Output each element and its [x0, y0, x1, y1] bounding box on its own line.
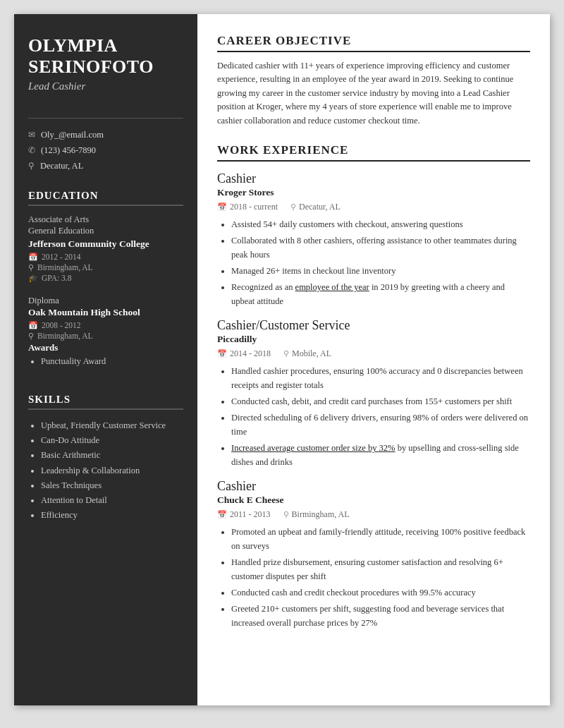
bullet-3-3: Conducted cash and credit checkout proce… — [231, 586, 530, 600]
calendar-meta-icon-1: 📅 — [217, 202, 227, 212]
location-meta-icon-2: ⚲ — [283, 349, 289, 358]
job-location-1: ⚲ Decatur, AL — [290, 202, 341, 212]
career-objective-title: CAREER OBJECTIVE — [217, 34, 530, 52]
bullet-3-2: Handled prize disbursement, ensuring cus… — [231, 555, 530, 583]
skill-2: Can-Do Attitude — [41, 433, 183, 448]
bullet-1-4: Recognized as an employee of the year in… — [231, 280, 530, 308]
calendar-icon-2: 📅 — [28, 321, 38, 330]
job-years-2: 📅 2014 - 2018 — [217, 348, 271, 359]
email-value: Oly_@email.com — [41, 130, 104, 140]
sidebar: OLYMPIA SERINOFOTO Lead Cashier ✉ Oly_@e… — [14, 14, 197, 705]
phone-icon: ✆ — [28, 145, 35, 156]
resume-container: OLYMPIA SERINOFOTO Lead Cashier ✉ Oly_@e… — [14, 14, 550, 705]
contact-phone: ✆ (123) 456-7890 — [28, 145, 183, 156]
contact-email: ✉ Oly_@email.com — [28, 130, 183, 140]
location-value: Decatur, AL — [40, 161, 83, 171]
job-entry-3: Cashier Chuck E Cheese 📅 2011 - 2013 ⚲ B… — [217, 479, 530, 630]
underline-employee-year: employee of the year — [295, 282, 369, 292]
location-meta-icon-1: ⚲ — [290, 202, 296, 212]
skills-title: SKILLS — [28, 394, 183, 410]
education-title: EDUCATION — [28, 190, 183, 206]
underline-order-size: Increased average customer order size by… — [231, 443, 396, 453]
job-bullets-1: Assisted 54+ daily customers with checko… — [217, 217, 530, 308]
main-content: CAREER OBJECTIVE Dedicated cashier with … — [197, 14, 550, 705]
job-entry-1: Cashier Kroger Stores 📅 2018 - current ⚲… — [217, 171, 530, 308]
education-entry-1: Associate of Arts General Education Jeff… — [28, 214, 183, 284]
edu-gpa-1: 🎓 GPA: 3.8 — [28, 274, 183, 283]
job-title-1: Cashier — [217, 171, 530, 186]
job-meta-2: 📅 2014 - 2018 ⚲ Mobile, AL — [217, 348, 530, 359]
job-years-1: 📅 2018 - current — [217, 202, 278, 212]
bullet-2-1: Handled cashier procedures, ensuring 100… — [231, 364, 530, 392]
skill-7: Efficiency — [41, 508, 183, 523]
job-bullets-2: Handled cashier procedures, ensuring 100… — [217, 364, 530, 469]
job-company-2: Piccadilly — [217, 334, 530, 345]
location-meta-icon-3: ⚲ — [283, 510, 289, 519]
calendar-icon-1: 📅 — [28, 253, 38, 262]
bullet-1-3: Managed 26+ items in checkout line inven… — [231, 264, 530, 278]
bullet-2-3: Directed scheduling of 6 delivery driver… — [231, 411, 530, 439]
skill-3: Basic Arithmetic — [41, 448, 183, 463]
career-objective-text: Dedicated cashier with 11+ years of expe… — [217, 59, 530, 128]
contact-location: ⚲ Decatur, AL — [28, 161, 183, 171]
job-meta-3: 📅 2011 - 2013 ⚲ Birmingham, AL — [217, 509, 530, 520]
bullet-1-2: Collaborated with 8 other cashiers, offe… — [231, 233, 530, 262]
calendar-meta-icon-3: 📅 — [217, 510, 227, 519]
calendar-meta-icon-2: 📅 — [217, 349, 227, 358]
skill-6: Attention to Detail — [41, 493, 183, 508]
skill-5: Sales Techniques — [41, 478, 183, 493]
edu-location-2: ⚲ Birmingham, AL — [28, 332, 183, 341]
edu-location-1: ⚲ Birmingham, AL — [28, 263, 183, 272]
job-meta-1: 📅 2018 - current ⚲ Decatur, AL — [217, 202, 530, 212]
awards-list: Punctuality Award — [28, 356, 183, 367]
education-entry-2: Diploma Oak Mountain High School 📅 2008 … — [28, 296, 183, 367]
job-years-3: 📅 2011 - 2013 — [217, 509, 271, 520]
phone-value: (123) 456-7890 — [41, 145, 96, 156]
award-item-1: Punctuality Award — [41, 356, 183, 367]
edu-years-1: 📅 2012 - 2014 — [28, 253, 183, 262]
job-title-3: Cashier — [217, 479, 530, 494]
edu-school-1: Jefferson Community College — [28, 238, 183, 250]
location-icon-1: ⚲ — [28, 263, 34, 272]
job-entry-2: Cashier/Customer Service Piccadilly 📅 20… — [217, 318, 530, 469]
location-icon-2: ⚲ — [28, 332, 34, 341]
job-location-2: ⚲ Mobile, AL — [283, 348, 331, 359]
edu-school-2: Oak Mountain High School — [28, 307, 183, 318]
job-location-3: ⚲ Birmingham, AL — [283, 509, 350, 520]
bullet-3-1: Promoted an upbeat and family-friendly a… — [231, 525, 530, 553]
contact-section: ✉ Oly_@email.com ✆ (123) 456-7890 ⚲ Deca… — [28, 130, 183, 171]
edu-degree-1: Associate of Arts — [28, 214, 183, 225]
job-company-1: Kroger Stores — [217, 187, 530, 198]
awards-label: Awards — [28, 342, 183, 353]
skills-list: Upbeat, Friendly Customer Service Can-Do… — [28, 418, 183, 523]
edu-years-2: 📅 2008 - 2012 — [28, 321, 183, 330]
divider-1 — [28, 118, 183, 119]
job-bullets-3: Promoted an upbeat and family-friendly a… — [217, 525, 530, 630]
bullet-1-1: Assisted 54+ daily customers with checko… — [231, 217, 530, 231]
bullet-2-4: Increased average customer order size by… — [231, 441, 530, 469]
bullet-3-4: Greeted 210+ customers per shift, sugges… — [231, 602, 530, 630]
candidate-title: Lead Cashier — [28, 80, 183, 92]
bullet-2-2: Conducted cash, debit, and credit card p… — [231, 394, 530, 408]
edu-degree-2: Diploma — [28, 296, 183, 306]
work-experience-title: WORK EXPERIENCE — [217, 143, 530, 162]
candidate-name: OLYMPIA SERINOFOTO — [28, 35, 183, 78]
email-icon: ✉ — [28, 130, 35, 140]
skill-1: Upbeat, Friendly Customer Service — [41, 418, 183, 433]
job-title-2: Cashier/Customer Service — [217, 318, 530, 333]
skill-4: Leadership & Collaboration — [41, 463, 183, 478]
edu-field-1: General Education — [28, 226, 183, 236]
location-icon: ⚲ — [28, 161, 35, 171]
gpa-icon-1: 🎓 — [28, 274, 38, 283]
job-company-3: Chuck E Cheese — [217, 495, 530, 506]
